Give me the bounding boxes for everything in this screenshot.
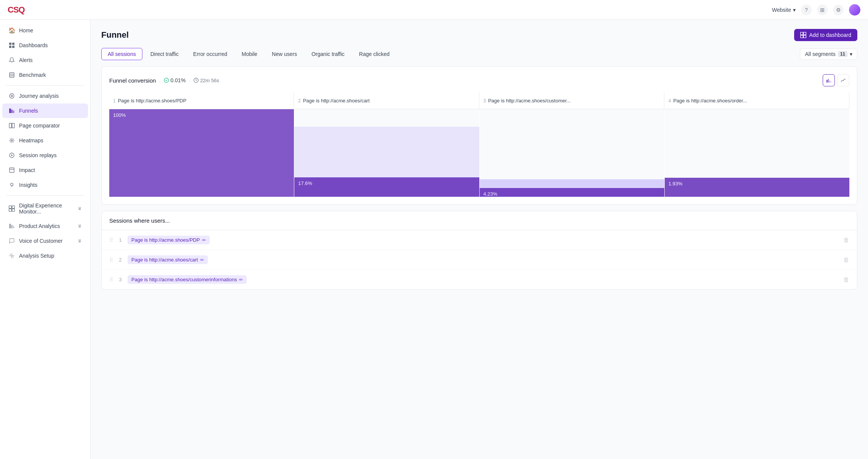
funnel-bar-area-4: 1.93%: [665, 109, 849, 197]
step-number: 1: [113, 98, 116, 104]
voice-icon: [8, 237, 15, 244]
tab-organic-traffic[interactable]: Organic traffic: [305, 48, 351, 60]
step-number: 4: [669, 98, 671, 104]
clock-icon: [193, 78, 199, 83]
dot-separator: ·: [159, 77, 161, 84]
website-selector[interactable]: Website ▾: [772, 7, 796, 13]
sidebar-item-label: Digital Experience Monitor...: [19, 202, 74, 215]
sidebar-item-insights[interactable]: Insights: [2, 178, 88, 192]
grid-icon[interactable]: ⊞: [817, 5, 828, 15]
funnel-chart: 1 Page is http://acme.shoes/PDP 100% 2 P…: [109, 92, 849, 197]
step-label-3: Page is http://acme.shoes/customer...: [488, 98, 571, 104]
svg-rect-32: [804, 35, 806, 38]
sidebar-divider-2: [6, 195, 84, 196]
delete-icon[interactable]: 🗑: [843, 237, 849, 244]
heatmaps-icon: [8, 137, 15, 144]
sessions-header: Sessions where users...: [102, 211, 857, 230]
svg-point-7: [10, 94, 14, 98]
insights-icon: [8, 182, 15, 188]
settings-icon[interactable]: ⚙: [833, 5, 844, 15]
sidebar-item-label: Analysis Setup: [19, 253, 54, 259]
sidebar-item-analysis-setup[interactable]: Analysis Setup: [2, 249, 88, 263]
sidebar-item-voice-of-customer[interactable]: Voice of Customer ♛: [2, 234, 88, 248]
digital-exp-icon: [8, 205, 15, 212]
funnel-bar-solid-1: 100%: [109, 109, 294, 197]
session-number: 2: [118, 257, 123, 263]
funnel-step-header-4: 4 Page is http://acme.shoes/order...: [665, 92, 849, 109]
avatar[interactable]: [849, 4, 860, 16]
session-row-2: ⠿ 2 Page is http://acme.shoes/cart ✏ 🗑: [102, 250, 857, 270]
topbar-right: Website ▾ ? ⊞ ⚙: [772, 4, 860, 16]
time-value: 22m 56s: [200, 78, 219, 83]
tab-all-sessions[interactable]: All sessions: [101, 48, 142, 60]
svg-rect-23: [9, 209, 12, 212]
tabs-right: All segments 11 ▾: [800, 48, 857, 60]
tab-rage-clicked[interactable]: Rage clicked: [353, 48, 396, 60]
delete-icon[interactable]: 🗑: [843, 257, 849, 263]
step-number: 3: [483, 98, 486, 104]
svg-rect-1: [12, 43, 14, 45]
svg-point-33: [164, 78, 169, 83]
add-to-dashboard-button[interactable]: Add to dashboard: [794, 29, 857, 41]
sidebar-item-label: Funnels: [19, 108, 38, 114]
sidebar-item-digital-experience[interactable]: Digital Experience Monitor... ♛: [2, 199, 88, 218]
tab-new-users[interactable]: New users: [265, 48, 303, 60]
sidebar-item-product-analytics[interactable]: Product Analytics ♛: [2, 219, 88, 233]
sidebar-item-label: Home: [19, 27, 33, 33]
chart-panel: Funnel conversion · 0.01% · 22m 56s: [101, 66, 857, 205]
sidebar-item-alerts[interactable]: Alerts: [2, 53, 88, 67]
check-circle-icon: [164, 78, 169, 83]
sidebar-item-funnels[interactable]: Funnels: [2, 104, 88, 118]
sidebar-item-label: Page comparator: [19, 123, 60, 129]
svg-rect-36: [828, 79, 829, 83]
website-label: Website: [772, 7, 791, 13]
bar-chart-button[interactable]: [823, 74, 835, 86]
sidebar-item-home[interactable]: 🏠 Home: [2, 23, 88, 38]
chart-actions: [823, 74, 849, 86]
chart-header: Funnel conversion · 0.01% · 22m 56s: [109, 74, 849, 86]
session-row-1: ⠿ 1 Page is http://acme.shoes/PDP ✏ 🗑: [102, 230, 857, 250]
tab-direct-traffic[interactable]: Direct traffic: [144, 48, 185, 60]
svg-point-14: [11, 140, 13, 141]
dashboard-icon: [800, 32, 806, 38]
sidebar-item-impact[interactable]: Impact: [2, 163, 88, 177]
funnel-bar-solid-4: 1.93%: [665, 178, 849, 197]
sidebar-item-label: Journey analysis: [19, 93, 59, 99]
funnel-pct-1: 100%: [113, 112, 126, 118]
chart-title: Funnel conversion: [109, 77, 156, 84]
sidebar-item-page-comparator[interactable]: Page comparator: [2, 118, 88, 133]
edit-icon[interactable]: ✏: [239, 277, 243, 282]
help-icon[interactable]: ?: [801, 5, 812, 15]
line-chart-button[interactable]: [837, 74, 849, 86]
delete-icon[interactable]: 🗑: [843, 276, 849, 283]
drag-handle-icon[interactable]: ⠿: [109, 237, 113, 243]
tab-mobile[interactable]: Mobile: [235, 48, 264, 60]
crown-icon-2: ♛: [78, 223, 82, 229]
svg-rect-35: [827, 80, 827, 83]
drag-handle-icon[interactable]: ⠿: [109, 257, 113, 263]
edit-icon[interactable]: ✏: [202, 237, 206, 243]
sidebar-item-label: Heatmaps: [19, 137, 43, 143]
analysis-setup-icon: [8, 252, 15, 259]
drag-handle-icon[interactable]: ⠿: [109, 277, 113, 283]
funnel-step-3: 3 Page is http://acme.shoes/customer... …: [480, 92, 664, 197]
session-tag-2: Page is http://acme.shoes/cart ✏: [128, 255, 208, 264]
sidebar-item-benchmark[interactable]: Benchmark: [2, 68, 88, 82]
svg-rect-31: [801, 35, 803, 38]
segments-button[interactable]: All segments 11 ▾: [800, 48, 857, 60]
svg-rect-38: [831, 81, 831, 83]
svg-rect-4: [10, 73, 14, 77]
segments-count: 11: [838, 51, 847, 57]
svg-rect-29: [801, 32, 803, 35]
conversion-value: 0.01%: [171, 77, 186, 83]
sidebar-item-journey-analysis[interactable]: Journey analysis: [2, 89, 88, 103]
tab-error-occurred[interactable]: Error occurred: [187, 48, 233, 60]
dot-separator-2: ·: [188, 77, 190, 84]
sidebar-item-session-replays[interactable]: Session replays: [2, 148, 88, 163]
svg-rect-0: [9, 43, 11, 45]
sidebar-item-dashboards[interactable]: Dashboards: [2, 38, 88, 53]
sidebar-item-label: Session replays: [19, 152, 57, 158]
sidebar-item-label: Insights: [19, 182, 37, 188]
edit-icon[interactable]: ✏: [200, 257, 204, 263]
sidebar-item-heatmaps[interactable]: Heatmaps: [2, 133, 88, 148]
